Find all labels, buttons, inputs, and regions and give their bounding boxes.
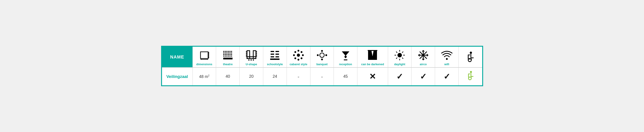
- banquet-icon: [311, 49, 333, 61]
- svg-rect-49: [276, 56, 279, 57]
- svg-rect-7: [223, 51, 224, 52]
- table-row: Veilingzaal 48 m2 40 20 24 - -: [162, 68, 482, 85]
- theatre-header: theatre: [216, 47, 240, 68]
- svg-rect-29: [230, 56, 230, 56]
- svg-rect-31: [223, 58, 232, 59]
- svg-rect-38: [256, 51, 257, 52]
- svg-marker-3: [208, 57, 209, 59]
- svg-rect-45: [276, 51, 279, 52]
- svg-rect-39: [256, 53, 257, 54]
- airco-icon: [412, 49, 434, 61]
- svg-rect-37: [246, 55, 247, 56]
- wifi-icon: [436, 49, 458, 61]
- svg-rect-13: [223, 52, 224, 53]
- svg-rect-23: [230, 54, 230, 55]
- svg-rect-25: [223, 56, 224, 56]
- airco-cell: ✓: [412, 68, 435, 85]
- svg-line-75: [396, 52, 397, 53]
- reception-icon: [335, 49, 356, 61]
- svg-rect-40: [256, 55, 257, 56]
- svg-rect-27: [226, 56, 228, 56]
- cabaret-header: cabaret style: [286, 47, 310, 68]
- svg-rect-21: [226, 54, 228, 55]
- reception-cell: 45: [334, 68, 358, 85]
- svg-rect-44: [270, 51, 274, 52]
- svg-point-57: [301, 51, 302, 53]
- svg-point-59: [301, 57, 302, 59]
- svg-rect-34: [247, 57, 256, 58]
- schoolstyle-cell: 24: [263, 68, 286, 85]
- svg-rect-16: [228, 52, 229, 53]
- banquet-label: banquet: [311, 62, 333, 66]
- svg-rect-14: [225, 52, 226, 53]
- svg-rect-47: [276, 54, 279, 55]
- dimensions-cell: 48 m2: [192, 68, 216, 85]
- room-name: Veilingzaal: [166, 74, 188, 79]
- svg-point-64: [325, 54, 327, 56]
- svg-point-53: [298, 59, 299, 60]
- svg-rect-32: [247, 51, 250, 58]
- svg-point-61: [321, 50, 323, 52]
- daylight-icon: [389, 49, 410, 61]
- room-name-cell: Veilingzaal: [162, 68, 193, 85]
- svg-rect-17: [230, 52, 230, 53]
- svg-rect-48: [270, 56, 274, 57]
- airco-header: airco: [412, 47, 435, 68]
- svg-point-52: [298, 50, 299, 52]
- svg-rect-41: [248, 59, 250, 60]
- disabled-value: [466, 73, 475, 82]
- ushape-icon: [240, 49, 262, 61]
- darken-header: can be darkened: [358, 47, 388, 68]
- ushape-header: U-shape: [240, 47, 263, 68]
- banquet-cell: -: [310, 68, 334, 85]
- svg-rect-9: [226, 51, 228, 52]
- svg-point-63: [317, 54, 319, 56]
- wifi-value: ✓: [444, 72, 450, 81]
- daylight-cell: ✓: [388, 68, 412, 85]
- svg-rect-12: [231, 51, 232, 52]
- svg-point-58: [294, 57, 296, 59]
- darken-icon: [358, 49, 387, 61]
- dimensions-label: dimensions: [194, 62, 215, 66]
- svg-marker-6: [207, 59, 208, 60]
- reception-label: reception: [335, 62, 356, 66]
- svg-rect-46: [270, 54, 274, 55]
- cabaret-value: -: [298, 74, 299, 80]
- darken-value: ✕: [369, 72, 376, 81]
- daylight-header: daylight: [388, 47, 412, 68]
- svg-rect-42: [250, 59, 252, 60]
- theatre-value: 40: [226, 74, 230, 79]
- schoolstyle-icon: [264, 49, 286, 61]
- main-table-wrapper: NAME: [161, 46, 483, 86]
- svg-rect-19: [223, 54, 224, 55]
- svg-rect-20: [225, 54, 226, 55]
- darken-label: can be darkened: [358, 62, 387, 66]
- svg-marker-65: [342, 51, 349, 56]
- cabaret-icon: [288, 49, 309, 61]
- svg-line-76: [402, 58, 403, 59]
- darken-cell: ✕: [358, 68, 388, 85]
- disabled-header: [459, 47, 482, 68]
- svg-rect-22: [228, 54, 229, 55]
- svg-rect-24: [231, 54, 232, 55]
- svg-rect-69: [368, 50, 378, 51]
- svg-point-91: [446, 58, 448, 60]
- airco-value: ✓: [420, 72, 426, 81]
- schoolstyle-header: schoolstyle: [263, 47, 286, 68]
- reception-value: 45: [343, 74, 348, 79]
- svg-rect-35: [246, 51, 247, 52]
- svg-marker-2: [208, 52, 209, 53]
- schoolstyle-label: schoolstyle: [264, 62, 286, 66]
- svg-rect-28: [228, 56, 229, 56]
- wifi-cell: ✓: [435, 68, 459, 85]
- disabled-icon: [460, 51, 481, 63]
- svg-rect-15: [226, 52, 228, 53]
- svg-line-77: [402, 52, 403, 53]
- svg-rect-67: [345, 56, 346, 58]
- daylight-value: ✓: [396, 72, 403, 81]
- svg-rect-18: [231, 52, 232, 53]
- svg-rect-43: [253, 59, 254, 60]
- disabled-cell: [459, 68, 482, 85]
- svg-point-60: [320, 53, 324, 57]
- airco-label: airco: [412, 62, 434, 66]
